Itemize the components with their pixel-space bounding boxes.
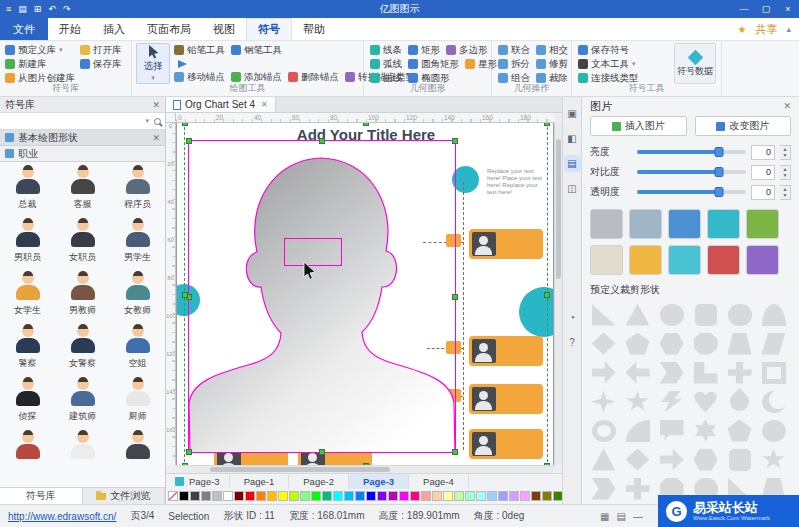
color-swatch[interactable] bbox=[267, 491, 277, 501]
symbol-item[interactable]: 警察 bbox=[0, 323, 55, 376]
crop-shape-item[interactable] bbox=[590, 302, 617, 327]
ribbon-tab[interactable]: 帮助 bbox=[292, 18, 336, 40]
slider-track[interactable] bbox=[637, 170, 746, 174]
crop-shape-item[interactable] bbox=[692, 418, 719, 443]
section-occupation[interactable]: 职业 bbox=[0, 146, 165, 162]
page-navigation[interactable]: Page-3 bbox=[166, 474, 230, 489]
preset-thumbnail[interactable] bbox=[590, 245, 623, 275]
color-swatch[interactable] bbox=[300, 491, 310, 501]
crop-shape-item[interactable] bbox=[726, 302, 753, 327]
no-color-swatch[interactable] bbox=[168, 491, 178, 501]
ribbon-button[interactable]: 拆分 bbox=[498, 57, 530, 71]
ribbon-button[interactable]: 钢笔工具 bbox=[231, 43, 282, 57]
help-panel-icon[interactable]: ? bbox=[564, 334, 581, 351]
crop-shape-item[interactable] bbox=[590, 447, 617, 472]
resize-handle[interactable] bbox=[452, 138, 458, 144]
share-button[interactable]: 共享 bbox=[755, 22, 777, 37]
crop-shape-item[interactable] bbox=[692, 360, 719, 385]
color-swatch[interactable] bbox=[333, 491, 343, 501]
quick-access-icon[interactable]: ↷ bbox=[63, 4, 71, 14]
crop-shape-item[interactable] bbox=[658, 360, 685, 385]
slider-value[interactable]: 0 bbox=[751, 145, 775, 160]
color-swatch[interactable] bbox=[443, 491, 453, 501]
page-tab[interactable]: Page-1 bbox=[230, 474, 290, 489]
zoom-out-icon[interactable]: — bbox=[633, 511, 643, 522]
quick-access-icon[interactable]: ↶ bbox=[48, 4, 56, 14]
preset-thumbnail[interactable] bbox=[707, 209, 740, 239]
color-swatch[interactable] bbox=[190, 491, 200, 501]
crop-shape-item[interactable] bbox=[590, 331, 617, 356]
color-swatch[interactable] bbox=[223, 491, 233, 501]
photo-card-shape[interactable] bbox=[469, 336, 543, 366]
crop-shape-item[interactable] bbox=[760, 418, 787, 443]
crop-shape-item[interactable] bbox=[658, 331, 685, 356]
ribbon-button[interactable]: 预定义库 ▾ bbox=[5, 43, 78, 57]
resize-handle[interactable] bbox=[319, 449, 325, 455]
document-tab[interactable]: Org Chart Set 4 ✕ bbox=[166, 97, 276, 112]
crop-shape-item[interactable] bbox=[658, 302, 685, 327]
teal-circle-shape[interactable] bbox=[519, 287, 554, 337]
tab-file[interactable]: 文件 bbox=[0, 18, 48, 40]
ribbon-tab[interactable]: 开始 bbox=[48, 18, 92, 40]
color-swatch[interactable] bbox=[388, 491, 398, 501]
crop-shape-item[interactable] bbox=[590, 476, 617, 501]
crop-shape-item[interactable] bbox=[624, 360, 651, 385]
symbol-item[interactable]: 总裁 bbox=[0, 164, 55, 217]
color-swatch[interactable] bbox=[487, 491, 497, 501]
symbol-item[interactable]: 客服 bbox=[55, 164, 110, 217]
crop-shape-item[interactable] bbox=[760, 389, 787, 414]
color-swatch[interactable] bbox=[234, 491, 244, 501]
collapse-ribbon-icon[interactable]: ▴ bbox=[786, 24, 791, 34]
slider-value[interactable]: 0 bbox=[751, 165, 775, 180]
symbol-item[interactable]: 空姐 bbox=[110, 323, 165, 376]
symbol-item[interactable]: 侦探 bbox=[0, 376, 55, 429]
value-stepper[interactable]: ▲▼ bbox=[780, 185, 791, 200]
ribbon-tab[interactable]: 页面布局 bbox=[136, 18, 202, 40]
symbol-item[interactable]: 建筑师 bbox=[55, 376, 110, 429]
symbol-item[interactable] bbox=[110, 429, 165, 482]
color-swatch[interactable] bbox=[520, 491, 530, 501]
color-swatch[interactable] bbox=[201, 491, 211, 501]
color-swatch[interactable] bbox=[322, 491, 332, 501]
crop-shape-item[interactable] bbox=[692, 302, 719, 327]
ribbon-tab[interactable]: 视图 bbox=[202, 18, 246, 40]
crop-shape-item[interactable] bbox=[726, 447, 753, 472]
crop-shape-item[interactable] bbox=[658, 447, 685, 472]
page-tab[interactable]: Page-2 bbox=[289, 474, 349, 489]
symbol-item[interactable]: 女职员 bbox=[55, 217, 110, 270]
color-swatch[interactable] bbox=[366, 491, 376, 501]
fit-page-icon[interactable]: ▦ bbox=[600, 511, 609, 522]
ribbon-button[interactable]: 打开库 bbox=[80, 43, 122, 57]
crop-shape-item[interactable] bbox=[692, 389, 719, 414]
value-stepper[interactable]: ▲▼ bbox=[780, 145, 791, 160]
color-swatch[interactable] bbox=[355, 491, 365, 501]
crop-shape-item[interactable] bbox=[726, 331, 753, 356]
tab-file-browser[interactable]: 文件浏览 bbox=[83, 488, 166, 504]
color-swatch[interactable] bbox=[179, 491, 189, 501]
color-swatch[interactable] bbox=[542, 491, 552, 501]
slider-thumb[interactable] bbox=[714, 167, 723, 177]
ribbon-button[interactable]: 多边形 bbox=[446, 43, 488, 57]
preset-thumbnail[interactable] bbox=[746, 209, 779, 239]
scrollbar-thumb[interactable] bbox=[210, 467, 390, 472]
resize-handle[interactable] bbox=[452, 294, 458, 300]
select-tool-button[interactable]: 选择 ▾ bbox=[136, 43, 170, 84]
format-panel-icon[interactable]: ▣ bbox=[564, 105, 581, 122]
ribbon-button[interactable]: 修剪 bbox=[536, 57, 568, 71]
crop-shape-item[interactable] bbox=[692, 447, 719, 472]
quick-access-icon[interactable]: ≡ bbox=[6, 4, 11, 14]
crop-shape-item[interactable] bbox=[590, 360, 617, 385]
color-swatch[interactable] bbox=[432, 491, 442, 501]
close-section-icon[interactable]: ✕ bbox=[152, 133, 160, 143]
crop-shape-item[interactable] bbox=[726, 389, 753, 414]
crop-shape-item[interactable] bbox=[624, 418, 651, 443]
teal-circle-shape[interactable] bbox=[452, 166, 479, 193]
ribbon-button[interactable]: 保存符号 bbox=[578, 43, 642, 57]
photo-card-shape[interactable] bbox=[469, 384, 543, 414]
quick-access-icon[interactable]: ⊞ bbox=[34, 4, 42, 14]
window-control-icon[interactable]: — bbox=[733, 0, 755, 18]
window-control-icon[interactable]: × bbox=[777, 0, 799, 18]
resize-handle[interactable] bbox=[186, 138, 192, 144]
crop-shape-item[interactable] bbox=[726, 360, 753, 385]
ribbon-button[interactable]: 线条 bbox=[370, 43, 402, 57]
